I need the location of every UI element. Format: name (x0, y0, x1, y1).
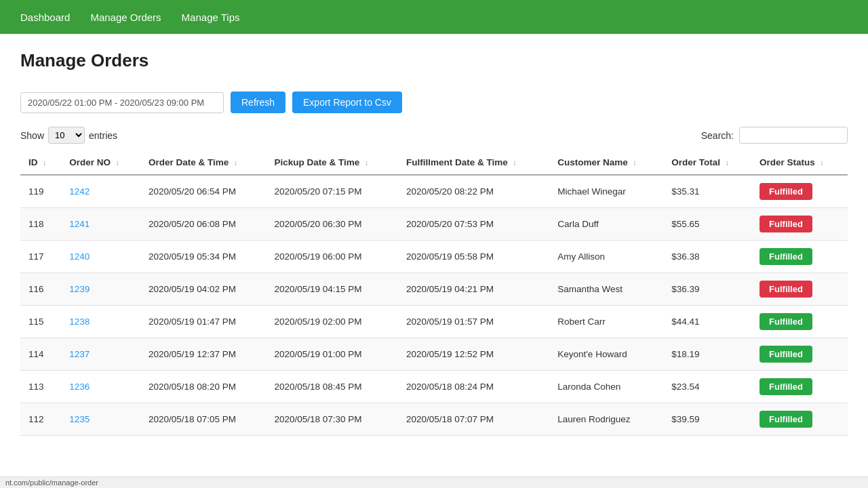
nav-dashboard[interactable]: Dashboard (20, 12, 70, 23)
order-no-link[interactable]: 1235 (69, 414, 90, 424)
cell-customer: Michael Winegar (549, 175, 663, 208)
cell-order-date: 2020/05/18 07:05 PM (140, 403, 267, 436)
cell-pickup-date: 2020/05/19 04:15 PM (266, 273, 398, 306)
cell-id: 119 (20, 175, 61, 208)
cell-order-no: 1241 (61, 208, 140, 241)
cell-status: Fulfilled (751, 208, 848, 241)
cell-customer: Keyont'e Howard (549, 338, 663, 371)
cell-order-no: 1236 (61, 371, 140, 403)
cell-order-date: 2020/05/19 12:37 PM (140, 338, 267, 371)
sort-icon-fulfillment-date: ↕ (513, 159, 517, 167)
sort-icon-pickup-date: ↕ (365, 159, 368, 167)
search-label: Search: (701, 130, 734, 141)
entries-select[interactable]: 10 25 50 100 (48, 127, 85, 144)
cell-total: $36.38 (663, 241, 751, 273)
cell-order-date: 2020/05/18 08:20 PM (140, 371, 267, 403)
date-range-input[interactable] (20, 92, 224, 113)
cell-customer: Amy Allison (549, 241, 663, 273)
cell-id: 117 (20, 241, 61, 273)
order-no-link[interactable]: 1239 (69, 284, 90, 294)
export-button[interactable]: Export Report to Csv (292, 92, 402, 113)
navigation: Dashboard Manage Orders Manage Tips (0, 0, 868, 34)
cell-customer: Robert Carr (549, 306, 663, 338)
cell-id: 115 (20, 306, 61, 338)
status-badge: Fulfilled (760, 378, 812, 395)
refresh-button[interactable]: Refresh (231, 92, 285, 113)
cell-order-date: 2020/05/20 06:08 PM (140, 208, 267, 241)
table-body: 119 1242 2020/05/20 06:54 PM 2020/05/20 … (20, 175, 848, 436)
order-no-link[interactable]: 1237 (69, 349, 90, 359)
cell-order-no: 1242 (61, 175, 140, 208)
col-order-no[interactable]: Order NO ↕ (61, 150, 140, 175)
status-badge: Fulfilled (760, 216, 812, 232)
cell-pickup-date: 2020/05/19 02:00 PM (266, 306, 398, 338)
order-no-link[interactable]: 1242 (69, 186, 90, 197)
cell-pickup-date: 2020/05/18 08:45 PM (266, 371, 398, 403)
status-badge: Fulfilled (760, 313, 812, 330)
nav-manage-orders[interactable]: Manage Orders (90, 12, 161, 23)
table-row: 116 1239 2020/05/19 04:02 PM 2020/05/19 … (20, 273, 848, 306)
cell-status: Fulfilled (751, 175, 848, 208)
table-header: ID ↕ Order NO ↕ Order Date & Time ↕ Pick… (20, 150, 848, 175)
sort-icon-order-date: ↕ (234, 159, 237, 167)
cell-order-no: 1237 (61, 338, 140, 371)
col-order-status[interactable]: Order Status ↕ (751, 150, 848, 175)
cell-total: $23.54 (663, 371, 751, 403)
col-fulfillment-date[interactable]: Fulfillment Date & Time ↕ (398, 150, 549, 175)
cell-order-date: 2020/05/20 06:54 PM (140, 175, 267, 208)
order-no-link[interactable]: 1236 (69, 382, 90, 392)
search-input[interactable] (739, 127, 848, 144)
cell-total: $44.41 (663, 306, 751, 338)
col-customer-name[interactable]: Customer Name ↕ (549, 150, 663, 175)
table-row: 118 1241 2020/05/20 06:08 PM 2020/05/20 … (20, 208, 848, 241)
cell-fulfillment-date: 2020/05/19 05:58 PM (398, 241, 549, 273)
table-row: 119 1242 2020/05/20 06:54 PM 2020/05/20 … (20, 175, 848, 208)
sort-icon-id: ↕ (43, 159, 46, 167)
cell-status: Fulfilled (751, 241, 848, 273)
status-badge: Fulfilled (760, 281, 812, 298)
sort-icon-customer-name: ↕ (633, 159, 637, 167)
cell-fulfillment-date: 2020/05/20 08:22 PM (398, 175, 549, 208)
cell-order-no: 1240 (61, 241, 140, 273)
cell-order-date: 2020/05/19 01:47 PM (140, 306, 267, 338)
cell-total: $18.19 (663, 338, 751, 371)
search-box: Search: (701, 127, 848, 144)
cell-customer: Carla Duff (549, 208, 663, 241)
cell-id: 114 (20, 338, 61, 371)
cell-pickup-date: 2020/05/19 01:00 PM (266, 338, 398, 371)
order-no-link[interactable]: 1241 (69, 219, 90, 229)
cell-id: 118 (20, 208, 61, 241)
cell-pickup-date: 2020/05/19 06:00 PM (266, 241, 398, 273)
show-label: Show (20, 130, 44, 141)
cell-id: 113 (20, 371, 61, 403)
cell-order-no: 1235 (61, 403, 140, 436)
toolbar: Refresh Export Report to Csv (20, 92, 848, 113)
cell-status: Fulfilled (751, 306, 848, 338)
table-row: 113 1236 2020/05/18 08:20 PM 2020/05/18 … (20, 371, 848, 403)
col-order-date[interactable]: Order Date & Time ↕ (140, 150, 267, 175)
status-badge: Fulfilled (760, 183, 812, 200)
cell-customer: Lauren Rodriguez (549, 403, 663, 436)
order-no-link[interactable]: 1240 (69, 251, 90, 262)
sort-icon-order-no: ↕ (116, 159, 119, 167)
cell-fulfillment-date: 2020/05/18 08:24 PM (398, 371, 549, 403)
order-no-link[interactable]: 1238 (69, 317, 90, 327)
cell-order-date: 2020/05/19 04:02 PM (140, 273, 267, 306)
status-badge: Fulfilled (760, 346, 812, 363)
nav-manage-tips[interactable]: Manage Tips (182, 12, 240, 23)
cell-status: Fulfilled (751, 403, 848, 436)
table-controls: Show 10 25 50 100 entries Search: (20, 127, 848, 144)
cell-customer: Samantha West (549, 273, 663, 306)
cell-total: $36.39 (663, 273, 751, 306)
col-id[interactable]: ID ↕ (20, 150, 61, 175)
sort-icon-order-total: ↕ (726, 159, 729, 167)
cell-total: $39.59 (663, 403, 751, 436)
cell-status: Fulfilled (751, 371, 848, 403)
col-order-total[interactable]: Order Total ↕ (663, 150, 751, 175)
orders-table: ID ↕ Order NO ↕ Order Date & Time ↕ Pick… (20, 150, 848, 436)
page-title: Manage Orders (20, 50, 848, 71)
cell-order-date: 2020/05/19 05:34 PM (140, 241, 267, 273)
cell-order-no: 1238 (61, 306, 140, 338)
col-pickup-date[interactable]: Pickup Date & Time ↕ (266, 150, 398, 175)
sort-icon-order-status: ↕ (821, 159, 824, 167)
